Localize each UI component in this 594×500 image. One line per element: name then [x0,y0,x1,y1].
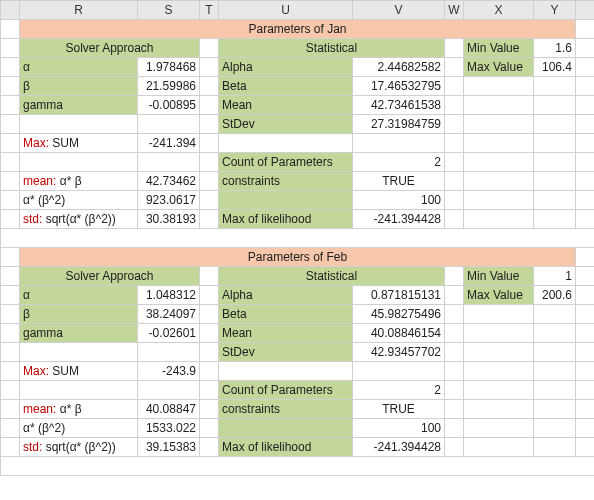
feb-stat-alpha-label[interactable]: Alpha [219,286,353,305]
jan-maxlik-value[interactable]: -241.394428 [353,210,445,229]
jan-min-label[interactable]: Min Value [464,39,534,58]
jan-alpha-value[interactable]: 1.978468 [138,58,200,77]
feb-maxsum-label[interactable]: Max: SUM [20,362,138,381]
feb-solver-header[interactable]: Solver Approach [20,267,200,286]
jan-alpha-label[interactable]: α [20,58,138,77]
jan-count-label[interactable]: Count of Parameters [219,153,353,172]
feb-blank-value[interactable]: 100 [353,419,445,438]
feb-stat-beta-label[interactable]: Beta [219,305,353,324]
jan-stat-alpha-label[interactable]: Alpha [219,58,353,77]
feb-constraints-label[interactable]: constraints [219,400,353,419]
feb-stat-std-label[interactable]: StDev [219,343,353,362]
feb-stat-alpha-value[interactable]: 0.871815131 [353,286,445,305]
feb-stat-beta-value[interactable]: 45.98275496 [353,305,445,324]
feb-stat-std-value[interactable]: 42.93457702 [353,343,445,362]
column-header-row: R S T U V W X Y [1,1,595,20]
jan-blank-value[interactable]: 100 [353,191,445,210]
col-header-x[interactable]: X [464,1,534,20]
feb-std-label[interactable]: std: sqrt(α* (β^2)) [20,438,138,457]
feb-min-value[interactable]: 1 [534,267,576,286]
col-header-w[interactable]: W [445,1,464,20]
jan-stat-std-value[interactable]: 27.31984759 [353,115,445,134]
col-header-y[interactable]: Y [534,1,576,20]
jan-beta-value[interactable]: 21.59986 [138,77,200,96]
feb-blank-label[interactable] [219,419,353,438]
jan-mean-label[interactable]: mean: α* β [20,172,138,191]
feb-gamma-value[interactable]: -0.02601 [138,324,200,343]
jan-stat-beta-label[interactable]: Beta [219,77,353,96]
feb-count-label[interactable]: Count of Parameters [219,381,353,400]
col-header-r[interactable]: R [20,1,138,20]
feb-maxlik-label[interactable]: Max of likelihood [219,438,353,457]
feb-constraints-value[interactable]: TRUE [353,400,445,419]
feb-mean-value[interactable]: 40.08847 [138,400,200,419]
jan-min-value[interactable]: 1.6 [534,39,576,58]
col-header-v[interactable]: V [353,1,445,20]
jan-gamma-value[interactable]: -0.00895 [138,96,200,115]
feb-alpha-label[interactable]: α [20,286,138,305]
jan-stat-mean-value[interactable]: 42.73461538 [353,96,445,115]
feb-std-value[interactable]: 39.15383 [138,438,200,457]
jan-maxlik-label[interactable]: Max of likelihood [219,210,353,229]
jan-maxsum-label[interactable]: Max: SUM [20,134,138,153]
jan-mean-value[interactable]: 42.73462 [138,172,200,191]
jan-constraints-value[interactable]: TRUE [353,172,445,191]
col-header-t[interactable]: T [200,1,219,20]
jan-count-value[interactable]: 2 [353,153,445,172]
jan-stat-header[interactable]: Statistical [219,39,445,58]
col-header-blank2[interactable] [576,1,595,20]
feb-gamma-label[interactable]: gamma [20,324,138,343]
feb-maxsum-value[interactable]: -243.9 [138,362,200,381]
col-header-s[interactable]: S [138,1,200,20]
spreadsheet-grid[interactable]: R S T U V W X Y Parameters of Jan Solver… [0,0,594,476]
jan-beta-label[interactable]: β [20,77,138,96]
jan-gamma-label[interactable]: gamma [20,96,138,115]
feb-stat-mean-value[interactable]: 40.08846154 [353,324,445,343]
jan-max-value[interactable]: 106.4 [534,58,576,77]
col-header-u[interactable]: U [219,1,353,20]
feb-min-label[interactable]: Min Value [464,267,534,286]
feb-max-label[interactable]: Max Value [464,286,534,305]
jan-blank-label[interactable] [219,191,353,210]
jan-ab2-label[interactable]: α* (β^2) [20,191,138,210]
jan-title[interactable]: Parameters of Jan [20,20,576,39]
feb-ab2-label[interactable]: α* (β^2) [20,419,138,438]
feb-title[interactable]: Parameters of Feb [20,248,576,267]
feb-stat-header[interactable]: Statistical [219,267,445,286]
feb-alpha-value[interactable]: 1.048312 [138,286,200,305]
jan-std-label[interactable]: std: sqrt(α* (β^2)) [20,210,138,229]
col-header-blank[interactable] [1,1,20,20]
jan-stat-alpha-value[interactable]: 2.44682582 [353,58,445,77]
jan-solver-header[interactable]: Solver Approach [20,39,200,58]
feb-beta-label[interactable]: β [20,305,138,324]
feb-maxlik-value[interactable]: -241.394428 [353,438,445,457]
jan-ab2-value[interactable]: 923.0617 [138,191,200,210]
feb-count-value[interactable]: 2 [353,381,445,400]
jan-constraints-label[interactable]: constraints [219,172,353,191]
jan-stat-mean-label[interactable]: Mean [219,96,353,115]
feb-beta-value[interactable]: 38.24097 [138,305,200,324]
jan-stat-beta-value[interactable]: 17.46532795 [353,77,445,96]
jan-std-value[interactable]: 30.38193 [138,210,200,229]
feb-max-value[interactable]: 200.6 [534,286,576,305]
jan-max-label[interactable]: Max Value [464,58,534,77]
jan-maxsum-value[interactable]: -241.394 [138,134,200,153]
feb-mean-label[interactable]: mean: α* β [20,400,138,419]
feb-stat-mean-label[interactable]: Mean [219,324,353,343]
feb-ab2-value[interactable]: 1533.022 [138,419,200,438]
jan-stat-std-label[interactable]: StDev [219,115,353,134]
